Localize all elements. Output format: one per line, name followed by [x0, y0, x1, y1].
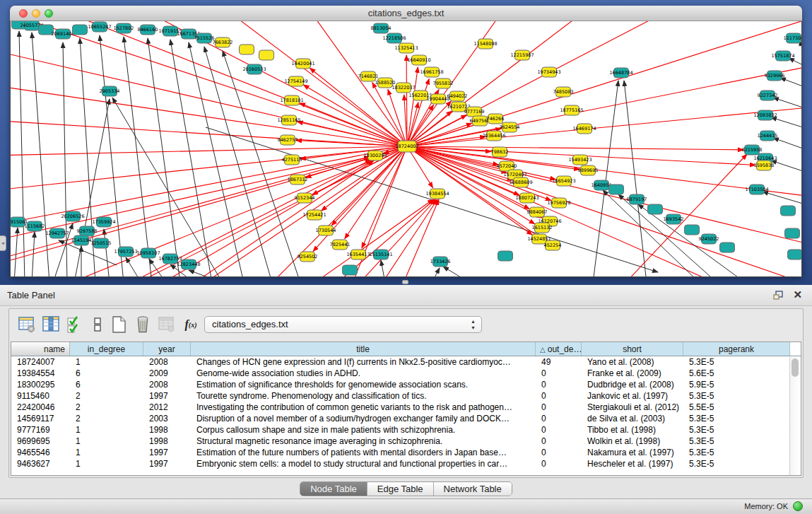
- table-cell[interactable]: 19384554: [11, 368, 70, 379]
- table-cell[interactable]: 0: [536, 413, 582, 424]
- graph-node[interactable]: 8813054: [371, 23, 392, 33]
- graph-node[interactable]: 1244415: [758, 131, 778, 141]
- table-cell[interactable]: Disruption of a novel member of a sodium…: [191, 413, 536, 424]
- table-cell[interactable]: 0: [536, 390, 582, 402]
- table-cell[interactable]: Genome-wide association studies in ADHD.: [191, 368, 536, 379]
- graph-node[interactable]: 452254: [544, 240, 562, 250]
- table-cell[interactable]: Yano et al. (2008): [582, 356, 683, 368]
- graph-node[interactable]: 2905334: [100, 86, 120, 96]
- graph-node[interactable]: 6494022: [447, 91, 468, 101]
- table-cell[interactable]: Tibbo et al. (1998): [582, 424, 683, 436]
- table-row[interactable]: 946362711997Embryonic stem cells: a mode…: [11, 458, 801, 469]
- table-cell[interactable]: 22420046: [11, 402, 70, 413]
- table-cell[interactable]: 2: [70, 402, 143, 413]
- graph-edge[interactable]: [763, 192, 802, 204]
- graph-edge[interactable]: [170, 40, 212, 277]
- graph-node[interactable]: 9152344: [295, 193, 315, 203]
- table-cell[interactable]: 2009: [143, 368, 191, 379]
- graph-node[interactable]: 1250515: [91, 238, 112, 248]
- graph-node[interactable]: [788, 250, 803, 259]
- graph-edge[interactable]: [771, 117, 802, 127]
- table-row[interactable]: 946554611997Estimation of the future num…: [11, 447, 801, 458]
- graph-node[interactable]: 3624554: [500, 122, 520, 132]
- graph-node[interactable]: 6879197: [627, 194, 647, 204]
- table-cell[interactable]: 9777169: [11, 424, 70, 436]
- graph-node[interactable]: 11325413: [394, 43, 418, 53]
- table-cell[interactable]: 1: [70, 424, 143, 436]
- table-cell[interactable]: 1998: [143, 436, 191, 447]
- graph-node[interactable]: 7825441: [330, 240, 351, 250]
- graph-node[interactable]: 20160533: [242, 64, 266, 74]
- graph-edge[interactable]: [432, 268, 440, 277]
- graph-edge[interactable]: [104, 229, 110, 277]
- graph-node[interactable]: 18724007: [395, 141, 418, 152]
- table-cell[interactable]: 5.3E-5: [683, 424, 790, 436]
- graph-node[interactable]: 12851165: [277, 115, 300, 125]
- network-canvas[interactable]: 2405572420691406106552471527802846616010…: [10, 21, 802, 277]
- graph-edge[interactable]: [771, 160, 802, 171]
- graph-node[interactable]: [685, 225, 700, 235]
- graph-edge[interactable]: [382, 199, 437, 277]
- graph-edge[interactable]: [407, 105, 433, 146]
- split-pane-handle[interactable]: [402, 280, 408, 284]
- table-cell[interactable]: 18300295: [11, 379, 70, 390]
- graph-edge[interactable]: [32, 232, 35, 277]
- table-cell[interactable]: Dudbridge et al. (2008): [582, 379, 683, 390]
- graph-edge[interactable]: [407, 146, 731, 277]
- table-cell[interactable]: 5.3E-5: [683, 436, 790, 447]
- graph-node[interactable]: 7515526: [194, 33, 215, 43]
- graph-node[interactable]: 8466160: [138, 25, 158, 35]
- table-row[interactable]: 1872400712008Changes of HCN gene express…: [11, 356, 801, 368]
- graph-edge[interactable]: [773, 138, 802, 148]
- graph-node[interactable]: [73, 25, 88, 35]
- collapsed-panel-tab[interactable]: ◂: [0, 235, 6, 251]
- table-cell[interactable]: 5.3E-5: [683, 356, 790, 368]
- tab-network-table[interactable]: Network Table: [434, 482, 512, 496]
- graph-node[interactable]: [240, 45, 254, 54]
- column-header-short[interactable]: short: [582, 342, 683, 356]
- graph-node[interactable]: 9245022: [699, 234, 719, 244]
- table-cell[interactable]: 6: [70, 379, 143, 390]
- graph-node[interactable]: [785, 228, 800, 238]
- graph-node[interactable]: 1145194: [71, 235, 92, 245]
- table-cell[interactable]: Tourette syndrome. Phenomenology and cla…: [191, 390, 536, 402]
- graph-node[interactable]: 9884067: [527, 207, 548, 217]
- table-cell[interactable]: 5.5E-5: [683, 402, 790, 413]
- graph-node[interactable]: 20364456: [482, 131, 505, 141]
- graph-node[interactable]: 1595838: [754, 160, 775, 170]
- table-cell[interactable]: Jankovic et al. (1997): [582, 390, 683, 402]
- graph-node[interactable]: 1693542: [664, 214, 684, 224]
- column-header-title[interactable]: title: [191, 342, 536, 356]
- table-row[interactable]: 911546021997Tourette syndrome. Phenomeno…: [11, 390, 801, 402]
- graph-node[interactable]: [609, 185, 624, 194]
- table-cell[interactable]: 5.3E-5: [683, 447, 790, 458]
- graph-edge[interactable]: [407, 146, 802, 247]
- table-cell[interactable]: de Silva et al. (2003): [582, 413, 683, 424]
- table-cell[interactable]: Stergiakouli et al. (2012): [582, 402, 683, 413]
- graph-node[interactable]: 798632: [491, 147, 509, 157]
- table-cell[interactable]: 0: [536, 402, 582, 413]
- graph-node[interactable]: 16961758: [420, 67, 443, 77]
- table-cell[interactable]: Estimation of significance thresholds fo…: [191, 379, 536, 390]
- graph-edge[interactable]: [19, 31, 25, 277]
- graph-node[interactable]: 1615132: [532, 223, 553, 233]
- graph-node[interactable]: 4275115: [282, 155, 302, 165]
- tab-edge-table[interactable]: Edge Table: [367, 482, 434, 496]
- graph-edge[interactable]: [407, 146, 802, 277]
- graph-node[interactable]: 12823448: [177, 259, 200, 269]
- graph-node[interactable]: 15135141: [369, 250, 392, 259]
- graph-edge[interactable]: [303, 85, 407, 146]
- graph-node[interactable]: 17359924: [92, 217, 115, 227]
- graph-node[interactable]: 19756928: [547, 198, 570, 208]
- graph-edge[interactable]: [773, 98, 802, 107]
- table-row[interactable]: 969969511998Structural magnetic resonanc…: [11, 436, 801, 447]
- graph-edge[interactable]: [407, 136, 486, 146]
- table-cell[interactable]: 2: [70, 390, 143, 402]
- graph-edge[interactable]: [381, 260, 385, 277]
- table-cell[interactable]: 49: [536, 356, 582, 368]
- graph-node[interactable]: 19734943: [537, 67, 560, 77]
- graph-node[interactable]: 17957253: [114, 247, 137, 257]
- graph-edge[interactable]: [300, 103, 407, 146]
- graph-edge[interactable]: [314, 199, 433, 277]
- graph-node[interactable]: 18807243: [515, 193, 539, 203]
